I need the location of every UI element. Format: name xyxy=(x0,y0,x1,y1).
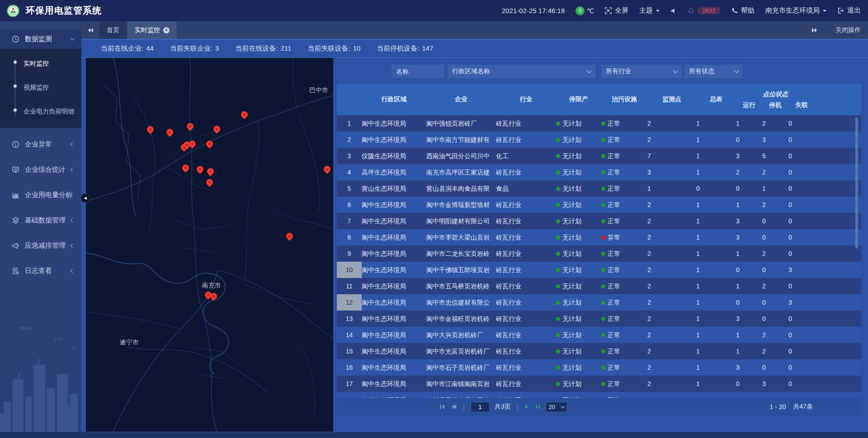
sidebar-item-label: 视频监控 xyxy=(24,84,49,91)
row-number: 7 xyxy=(337,213,362,229)
last-page-button[interactable] xyxy=(535,404,541,410)
theme-button[interactable]: 主题 xyxy=(639,6,660,15)
fullscreen-button[interactable]: 全屏 xyxy=(605,6,628,15)
stats-bar: 当前在线企业:44 当前失联企业:3 当前在线设备:211 当前失联设备:10 … xyxy=(81,40,868,58)
logout-label: 退出 xyxy=(847,6,861,15)
table-row[interactable]: 8阆中生态环境局阆中市枣碧大梁山页岩砖瓦行业无计划异常21300 xyxy=(337,229,861,245)
tabs-scroll-left-button[interactable] xyxy=(81,21,99,39)
table-row[interactable]: 13阆中生态环境局阆中市金福旺页岩机砖砖瓦行业无计划正常21300 xyxy=(337,311,861,327)
sidebar-item-label: 应急减排管理 xyxy=(25,241,66,250)
map[interactable]: 巴中市南充市遂宁市 xyxy=(86,58,333,432)
help-button[interactable]: 帮助 xyxy=(731,6,755,15)
status-dot-icon xyxy=(601,122,605,126)
sidebar-item-emergency-reduction[interactable]: 应急减排管理 xyxy=(0,233,81,258)
tabs-scroll-right-button[interactable] xyxy=(806,28,824,33)
table-row[interactable]: 16阆中生态环境局阆中市石子页岩机砖厂砖瓦行业无计划正常21300 xyxy=(337,359,861,376)
cell-industry: 建材加工 xyxy=(496,392,556,398)
table-row[interactable]: 7阆中生态环境局阆中明阳建材有限公司砖瓦行业无计划正常21300 xyxy=(337,213,861,229)
table-row[interactable]: 2阆中生态环境局阆中市南方节能建材有砖瓦行业无计划正常21030 xyxy=(337,132,861,148)
next-page-button[interactable] xyxy=(524,404,530,410)
org-menu[interactable]: 南充市生态环境局 xyxy=(765,6,826,15)
tab-realtime-monitoring[interactable]: 实时监控 × xyxy=(127,21,177,39)
sidebar-item-power-load-detail[interactable]: 企业电力负荷明细 xyxy=(0,99,81,123)
cell-stopped: 6 xyxy=(762,392,788,398)
industry-select[interactable]: 所有行业 xyxy=(601,65,682,78)
close-icon[interactable]: × xyxy=(163,27,170,33)
column-header-region: 行政区域 xyxy=(362,95,426,104)
fullscreen-label: 全屏 xyxy=(615,6,628,15)
sidebar-item-label: 日志查看 xyxy=(25,267,52,275)
name-search-input[interactable] xyxy=(392,65,444,78)
sidebar-item-enterprise-statistics[interactable]: 企业综合统计 xyxy=(0,157,81,182)
table-row[interactable]: 15阆中生态环境局阆中市光富页岩机砖厂砖瓦行业无计划正常21120 xyxy=(337,343,861,359)
cell-industry: 砖瓦行业 xyxy=(496,359,556,376)
cell-limit-status: 无计划 xyxy=(556,262,601,278)
region-select[interactable]: 行政区域名称 xyxy=(448,65,595,78)
table-row[interactable]: 6阆中生态环境局阆中市金博瑞新型墙材砖瓦行业无计划正常21120 xyxy=(337,197,861,213)
previous-page-button[interactable] xyxy=(450,404,457,410)
table-row[interactable]: 14阆中生态环境局阆中大兴页岩机砖厂砖瓦行业无计划正常21120 xyxy=(337,327,861,343)
monitoring-panel: 行政区域名称 所有行业 所有状态 行政区域 企业 行业 停限产 治污设施 xyxy=(337,58,861,416)
sidebar-item-video-monitoring[interactable]: 视频监控 xyxy=(0,75,81,99)
cell-stopped: 2 xyxy=(762,343,788,359)
page-title: 环保用电监管系统 xyxy=(26,5,102,17)
cell-limit-status: 无计划 xyxy=(556,327,601,343)
page-input[interactable] xyxy=(471,402,490,412)
cell-running: 0 xyxy=(736,132,762,148)
cell-running: 1 xyxy=(736,115,762,132)
cell-total-meter: 1 xyxy=(696,262,736,278)
sidebar-item-log-view[interactable]: 日志查看 xyxy=(0,258,81,283)
column-header-enterprise: 企业 xyxy=(426,95,496,104)
column-header-limit: 停限产 xyxy=(556,95,601,104)
cell-limit-status: 无计划 xyxy=(556,164,601,180)
status-select[interactable]: 所有状态 xyxy=(684,65,743,78)
cell-total-meter: 1 xyxy=(696,115,736,132)
column-header-lost: 失联 xyxy=(788,99,815,110)
table-row[interactable]: 17阆中生态环境局阆中市江南镇阆南页岩砖瓦行业无计划正常21030 xyxy=(337,376,861,392)
table-row[interactable]: 3仪陇生态环境局西南油气田分公司川中化工无计划正常71350 xyxy=(337,148,861,164)
table-row[interactable]: 5营山生态环境局营山县润丰肉食品有限食品无计划正常10010 xyxy=(337,180,861,197)
cell-region: 阆中生态环境局 xyxy=(362,278,426,294)
table-row[interactable]: 4高坪生态环境局南充市高坪区王家店建砖瓦行业无计划正常31220 xyxy=(337,164,861,180)
cell-industry: 砖瓦行业 xyxy=(496,229,556,245)
cell-stopped: 2 xyxy=(762,115,788,132)
table-row[interactable]: 12阆中生态环境局阆中市忠信建材有限公砖瓦行业无计划正常21003 xyxy=(337,294,861,311)
status-dot-icon xyxy=(601,301,605,305)
table-row[interactable]: 18南部生态环境局南部县双华水泥有限公建材加工无计划正常60060 xyxy=(337,392,861,398)
row-number: 12 xyxy=(337,294,362,311)
cell-total-meter: 1 xyxy=(696,343,736,359)
sidebar-item-data-monitoring[interactable]: 数据监测 xyxy=(0,29,81,49)
sidebar-item-electricity-analysis[interactable]: 企业用电量分析 xyxy=(0,182,81,207)
sidebar-item-base-data[interactable]: 基础数据管理 xyxy=(0,207,81,233)
table-row[interactable]: 9阆中生态环境局阆中市二龙长宝页岩砖砖瓦行业无计划正常21120 xyxy=(337,245,861,262)
cell-enterprise: 阆中明阳建材有限公司 xyxy=(426,213,496,229)
table-row[interactable]: 11阆中生态环境局阆中市五马桥页岩机砖砖瓦行业无计划正常21120 xyxy=(337,278,861,294)
cell-region: 阆中生态环境局 xyxy=(362,294,426,311)
cell-stopped: 0 xyxy=(762,359,788,376)
sidebar-item-realtime-monitoring[interactable]: 实时监控 xyxy=(0,52,81,75)
first-page-button[interactable] xyxy=(439,404,445,410)
cell-facility-status: 正常 xyxy=(601,359,647,376)
cell-enterprise: 阆中市五马桥页岩机砖 xyxy=(426,278,496,294)
mute-button[interactable] xyxy=(670,8,677,14)
alert-circle-icon xyxy=(12,141,19,148)
page-size-select[interactable]: 20 xyxy=(546,402,567,412)
logout-button[interactable]: 退出 xyxy=(837,6,861,15)
close-operations-button[interactable]: 关闭操作 xyxy=(835,26,861,34)
cell-facility-status: 正常 xyxy=(601,278,647,294)
table-row[interactable]: 1阆中生态环境局阆中强锐页岩砖厂砖瓦行业无计划正常21120 xyxy=(337,115,861,132)
map-collapse-button[interactable]: ◀ xyxy=(80,193,90,203)
tab-bar-right: 关闭操作 xyxy=(806,21,868,39)
column-header-stopped: 停机 xyxy=(762,99,788,110)
row-number: 4 xyxy=(337,164,362,180)
scrollbar[interactable] xyxy=(855,118,858,249)
table-row[interactable]: 10阆中生态环境局阆中千佛镇五郎垭页岩砖瓦行业无计划正常21003 xyxy=(337,262,861,278)
cell-industry: 砖瓦行业 xyxy=(496,343,556,359)
cell-limit-status: 无计划 xyxy=(556,180,601,197)
column-header-running: 运行 xyxy=(736,99,762,110)
notifications-button[interactable]: 2632 xyxy=(688,7,721,14)
industry-select-value: 所有行业 xyxy=(606,67,631,75)
tab-home[interactable]: 首页 xyxy=(99,21,127,39)
cell-enterprise: 南充市高坪区王家店建 xyxy=(426,164,496,180)
sidebar-item-enterprise-abnormal[interactable]: 企业异常 xyxy=(0,132,81,157)
